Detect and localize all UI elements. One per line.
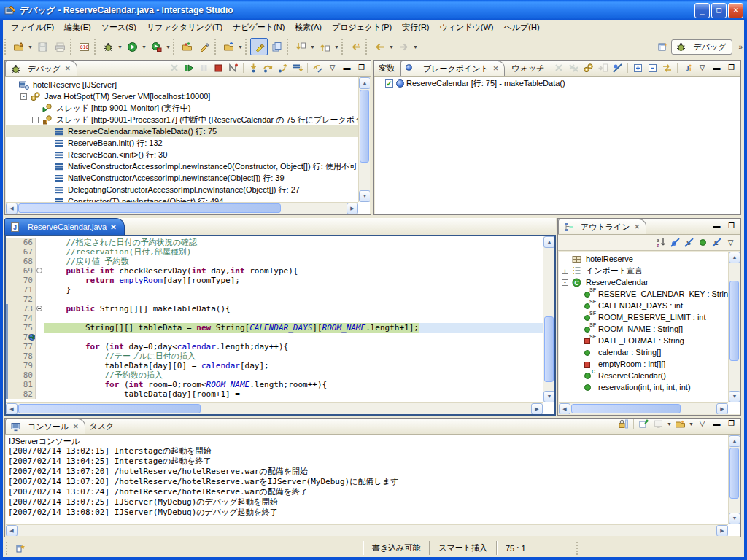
sort-button[interactable]: az	[654, 236, 668, 249]
view-minimize-button[interactable]: ▬	[340, 61, 354, 74]
debug-hscrollbar[interactable]: ◀ ▶	[6, 202, 358, 214]
use-step-filters-button[interactable]	[311, 61, 325, 74]
scroll-lock-button[interactable]	[616, 417, 630, 430]
pin-console-button[interactable]	[637, 417, 651, 430]
tab-variables[interactable]: 変数	[374, 61, 400, 76]
tree-expander[interactable]: +	[562, 268, 568, 274]
view-menu-button[interactable]: ▽	[325, 61, 339, 74]
menu-item-1[interactable]: 編集(E)	[59, 20, 96, 34]
back-button-dropdown[interactable]: ▼	[388, 38, 395, 55]
debug-tree-row-8[interactable]: NativeConstructorAccessorImpl.newInstanc…	[6, 172, 358, 184]
code-editor[interactable]: 66 //指定された日付の予約状況の確認 67 //reservation(日付…	[4, 235, 556, 416]
folder-copy-button[interactable]	[220, 38, 237, 55]
tab-tasks[interactable]: タスク	[85, 419, 120, 434]
debug-tree-row-5[interactable]: ReserveBean.init() 行: 132	[6, 137, 358, 149]
editor-tab[interactable]: J ReserveCalendar.java✕	[4, 218, 125, 235]
minimize-button[interactable]: _	[694, 3, 710, 18]
outline-row-11[interactable]: reservation(int, int, int, int)	[559, 381, 728, 393]
menu-item-6[interactable]: プロジェクト(P)	[327, 20, 397, 34]
tab-outline[interactable]: アウトライン✕	[558, 219, 646, 234]
debug-tree-row-4[interactable]: ReserveCalendar.makeTableData() 行: 75	[6, 125, 358, 137]
view-maximize-button[interactable]: ❐	[724, 219, 738, 233]
debug-tree-row-3[interactable]: - スレッド [http-9001-Processor17] (中断中 (Res…	[6, 114, 358, 125]
debug-tree-row-10[interactable]: Constructor(T).newInstance(Object) 行: 49…	[6, 195, 358, 202]
tab-console[interactable]: コンソール✕	[5, 419, 85, 434]
fold-toggle[interactable]	[35, 266, 44, 276]
console-output[interactable]: IJServerコンソール [2007/02/14 13:02:15] Inte…	[6, 435, 740, 536]
back-button[interactable]	[371, 38, 388, 55]
view-minimize-button[interactable]: ▬	[710, 61, 724, 74]
debug-button[interactable]	[99, 38, 117, 55]
goto-file-button[interactable]	[596, 61, 610, 74]
debug-tree-row-0[interactable]: - hotelReserve [IJServer]	[6, 79, 358, 90]
forward-button-dropdown[interactable]: ▼	[412, 38, 419, 55]
last-edit-location-button[interactable]	[347, 38, 364, 55]
outline-row-4[interactable]: SF CALENDAR_DAYS : int	[559, 300, 728, 311]
forward-button[interactable]	[395, 38, 412, 55]
menu-item-3[interactable]: リファクタリング(T)	[142, 20, 228, 34]
debug-tree-row-9[interactable]: DelegatingConstructorAccessorImpl.newIns…	[6, 184, 358, 195]
menu-item-7[interactable]: 実行(R)	[397, 20, 434, 34]
menu-item-5[interactable]: 検索(A)	[290, 20, 327, 34]
outline-row-8[interactable]: calendar : String[]	[559, 346, 728, 358]
maximize-button[interactable]: □	[711, 3, 727, 18]
breakpoint-checkbox[interactable]: ✓	[385, 79, 393, 88]
hide-static-button[interactable]: S	[682, 236, 696, 249]
skip-all-breakpoints-button[interactable]	[581, 61, 595, 74]
link-with-debug-button[interactable]	[660, 61, 674, 74]
editor-tab-close-icon[interactable]: ✕	[110, 223, 116, 231]
menu-item-2[interactable]: ソース(S)	[96, 20, 142, 34]
suspend-button[interactable]	[197, 61, 211, 74]
outline-row-0[interactable]: hotelReserve	[559, 253, 728, 265]
debug-tree-row-7[interactable]: NativeConstructorAccessorImpl.newInstanc…	[6, 160, 358, 172]
editor-hscrollbar[interactable]: ◀ ▶	[6, 402, 543, 414]
remove-breakpoint-button[interactable]	[552, 61, 566, 74]
outline-row-6[interactable]: SF ROOM_NAME : String[]	[559, 323, 728, 335]
outline-row-10[interactable]: C ReserveCalendar()	[559, 370, 728, 381]
fast-view-button[interactable]	[13, 542, 27, 555]
tree-expander[interactable]: -	[562, 279, 568, 286]
hide-nonpublic-button[interactable]	[696, 236, 710, 249]
remove-terminated-button[interactable]	[168, 61, 182, 74]
new-wizard-button-dropdown[interactable]: ▼	[27, 38, 34, 55]
outline-row-9[interactable]: emptyRoom : int[][]	[559, 358, 728, 370]
remove-all-breakpoints-button[interactable]	[567, 61, 581, 74]
marker-toggle-button[interactable]	[250, 38, 268, 55]
debug-button-dropdown[interactable]: ▼	[117, 38, 123, 55]
menu-item-8[interactable]: ウィンドウ(W)	[435, 20, 499, 34]
terminate-button[interactable]	[212, 61, 225, 74]
tab-watch[interactable]: ウォッチ	[507, 61, 550, 76]
view-menu-button[interactable]: ▽	[695, 61, 709, 74]
search-brush-button[interactable]	[196, 38, 213, 55]
outline-vscrollbar[interactable]: ▲ ▼	[728, 252, 740, 402]
expand-all-button[interactable]	[631, 61, 645, 74]
debug-vscrollbar[interactable]: ▲ ▼	[358, 77, 370, 202]
new-wizard-button[interactable]	[9, 38, 27, 55]
console-hscrollbar[interactable]: ◀ ▶	[6, 524, 728, 536]
collapse-all-button[interactable]	[646, 61, 659, 74]
hide-fields-button[interactable]	[668, 236, 682, 249]
drop-to-frame-button[interactable]	[290, 61, 304, 74]
tree-expander[interactable]: -	[9, 82, 15, 88]
external-tools-button-dropdown[interactable]: ▼	[165, 38, 171, 55]
folder-copy-button-dropdown[interactable]: ▼	[237, 38, 244, 55]
view-maximize-button[interactable]: ❐	[355, 61, 368, 74]
menu-item-0[interactable]: ファイル(F)	[6, 20, 59, 34]
save-button[interactable]	[34, 38, 51, 55]
tab-debug[interactable]: デバッグ✕	[5, 61, 77, 76]
outline-row-7[interactable]: SF DATE_FORMAT : String	[559, 335, 728, 346]
view-maximize-button[interactable]: ❐	[724, 417, 738, 430]
tab-breakpoints[interactable]: ブレークポイント✕	[400, 61, 505, 76]
perspective-overflow-chevron[interactable]: »	[738, 43, 741, 51]
title-bar[interactable]: デバッグ - ReserveCalendar.java - Interstage…	[0, 0, 747, 20]
debug-tree-row-2[interactable]: スレッド [http-9001-Monitor] (実行中)	[6, 102, 358, 114]
previous-annotation-button-dropdown[interactable]: ▼	[333, 38, 340, 55]
view-menu-button[interactable]: ▽	[695, 417, 709, 430]
editor-vscrollbar[interactable]: ▲ ▼	[543, 236, 554, 402]
view-minimize-button[interactable]: ▬	[710, 417, 724, 430]
open-console-button[interactable]	[673, 417, 687, 430]
tree-expander[interactable]: -	[20, 93, 27, 100]
debug-tree-row-1[interactable]: - Java HotSpot(TM) Server VM[localhost:1…	[6, 90, 358, 102]
display-console-button-dropdown[interactable]: ▼	[666, 415, 673, 432]
view-menu-button[interactable]: ▽	[724, 236, 738, 249]
